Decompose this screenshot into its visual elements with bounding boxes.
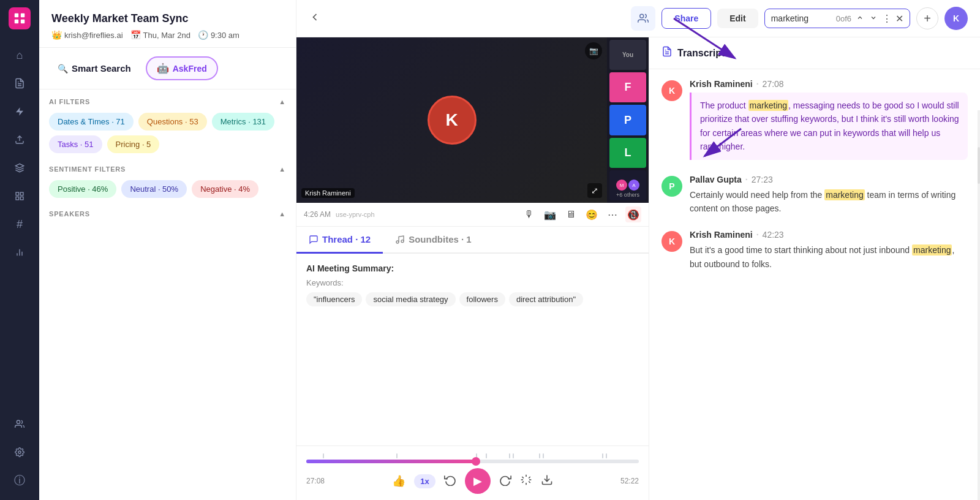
kw-tag-3[interactable]: direct attribution": [509, 292, 583, 306]
upload-icon[interactable]: [7, 127, 32, 152]
playback-bar: 27:08 👍 1x ▶: [296, 445, 649, 500]
sidebar-thumb-you: You: [609, 40, 646, 70]
thread-tab[interactable]: Thread · 12: [296, 227, 383, 254]
search-next-button[interactable]: [869, 12, 878, 25]
rewind-button[interactable]: [444, 474, 456, 489]
search-close-button[interactable]: ✕: [895, 13, 903, 25]
transcript-meta-3: Krish Ramineni · 42:23: [690, 230, 968, 240]
speaker-circle: K: [428, 96, 477, 145]
dates-times-chip[interactable]: Dates & Times · 71: [49, 113, 134, 131]
progress-thumb[interactable]: [472, 457, 480, 466]
search-prev-button[interactable]: [855, 12, 865, 25]
share-button[interactable]: Share: [662, 8, 711, 29]
like-button[interactable]: 👍: [392, 474, 405, 488]
sentiment-chevron[interactable]: ▲: [279, 165, 286, 173]
back-button[interactable]: [309, 11, 321, 26]
transcript-panel: Transcript K Krish Ramineni · 27:08: [649, 37, 980, 500]
vc-end-btn[interactable]: 📵: [625, 206, 641, 222]
kw-tag-0[interactable]: "influencers: [306, 292, 362, 306]
svg-line-25: [529, 477, 530, 479]
vc-camera-btn[interactable]: 📷: [542, 206, 558, 222]
settings-icon[interactable]: [7, 440, 32, 464]
layers-icon[interactable]: [7, 156, 32, 180]
search-more-button[interactable]: ⋮: [882, 13, 892, 25]
speaker-name-1: Krish Ramineni: [690, 79, 753, 89]
svg-rect-10: [20, 192, 23, 195]
tasks-chip[interactable]: Tasks · 51: [49, 135, 102, 153]
avatar[interactable]: K: [944, 7, 968, 30]
scroll-indicator: [978, 110, 980, 500]
grid-icon[interactable]: [7, 184, 32, 208]
sentiment-chips: Positive · 46% Neutral · 50% Negative · …: [49, 180, 286, 198]
people-icon[interactable]: [7, 412, 32, 436]
play-button[interactable]: ▶: [465, 468, 491, 494]
video-content: K: [296, 37, 607, 203]
marker-7: [539, 453, 540, 458]
askfred-button[interactable]: 🤖 AskFred: [146, 56, 218, 80]
transcript-meta-2: Pallav Gupta · 27:23: [690, 175, 968, 184]
top-bar: Share Edit 0of6 ⋮ ✕ + K: [296, 0, 980, 37]
document-icon[interactable]: [7, 71, 32, 96]
robot-icon: 🤖: [157, 63, 169, 74]
ai-filter-chips: Dates & Times · 71 Questions · 53 Metric…: [49, 113, 286, 153]
kw-tag-1[interactable]: social media strategy: [366, 292, 455, 306]
info-icon[interactable]: ⓘ: [7, 468, 32, 493]
speaker-avatar-krish-1: K: [662, 80, 682, 101]
edit-button[interactable]: Edit: [717, 9, 758, 28]
questions-chip[interactable]: Questions · 53: [138, 113, 207, 131]
highlight-marketing-3: marketing: [912, 244, 952, 256]
progress-markers: [306, 451, 639, 458]
neutral-chip[interactable]: Neutral · 50%: [121, 180, 187, 198]
home-icon[interactable]: ⌂: [7, 43, 32, 67]
svg-marker-6: [16, 107, 23, 115]
vc-more-btn[interactable]: ⋯: [605, 206, 620, 222]
download-button[interactable]: [541, 474, 553, 489]
team-icon-button[interactable]: [631, 6, 655, 31]
lightning-icon[interactable]: [7, 99, 32, 124]
transcript-meta-1: Krish Ramineni · 27:08: [690, 79, 968, 89]
video-controls-bar: 4:26 AM use-yprv-cph 🎙 📷 🖥 😊 ⋯ 📵: [296, 203, 649, 227]
highlight-marketing-2: marketing: [824, 189, 864, 200]
transcript-highlight-block-1: The product marketing, messaging needs t…: [690, 93, 968, 160]
vc-reaction-btn[interactable]: 😊: [584, 206, 600, 222]
speakers-chevron[interactable]: ▲: [279, 210, 286, 218]
highlight-marketing-1: marketing: [748, 100, 788, 111]
sentiment-section: SENTIMENT FILTERS ▲ Positive · 46% Neutr…: [49, 165, 286, 198]
speed-button[interactable]: 1x: [414, 474, 435, 488]
hashtag-icon[interactable]: #: [7, 212, 32, 237]
positive-chip[interactable]: Positive · 46%: [49, 180, 116, 198]
transcript-entry-2: P Pallav Gupta · 27:23 Certainly would n…: [662, 175, 968, 216]
svg-point-20: [401, 240, 404, 242]
date-badge: 📅 Thu, Mar 2nd: [130, 30, 190, 40]
marker-2: [396, 453, 398, 458]
search-input[interactable]: [771, 13, 832, 23]
negative-chip[interactable]: Negative · 4%: [192, 180, 258, 198]
soundbites-tab[interactable]: Soundbites · 1: [383, 227, 484, 254]
vc-mic-btn[interactable]: 🎙: [521, 206, 537, 222]
svg-point-18: [640, 14, 644, 18]
search-box: 0of6 ⋮ ✕: [764, 9, 910, 28]
svg-point-17: [18, 451, 21, 453]
transcript-time-3: 42:23: [763, 230, 784, 240]
waveform-button[interactable]: [520, 474, 532, 489]
svg-rect-3: [21, 20, 24, 23]
thread-tabs: Thread · 12 Soundbites · 1: [296, 227, 649, 254]
pricing-chip[interactable]: Pricing · 5: [107, 135, 160, 153]
kw-tag-2[interactable]: followers: [459, 292, 505, 306]
bar-chart-icon[interactable]: [7, 240, 32, 265]
search-count: 0of6: [836, 14, 851, 23]
vc-screen-btn[interactable]: 🖥: [563, 206, 579, 222]
ai-filters-chevron[interactable]: ▲: [279, 98, 286, 105]
current-time: 27:08: [306, 477, 325, 485]
metrics-chip[interactable]: Metrics · 131: [212, 113, 274, 131]
app-logo[interactable]: [9, 7, 31, 29]
svg-rect-1: [21, 13, 24, 17]
smart-search-button[interactable]: 🔍 Smart Search: [49, 58, 140, 78]
svg-rect-12: [20, 197, 23, 200]
progress-track[interactable]: [306, 460, 639, 463]
meeting-title: Weekly Market Team Sync: [51, 12, 284, 25]
add-button[interactable]: +: [916, 7, 938, 29]
calendar-icon: 📅: [130, 30, 141, 40]
expand-video-button[interactable]: ⤢: [587, 183, 602, 198]
forward-button[interactable]: [499, 474, 511, 489]
